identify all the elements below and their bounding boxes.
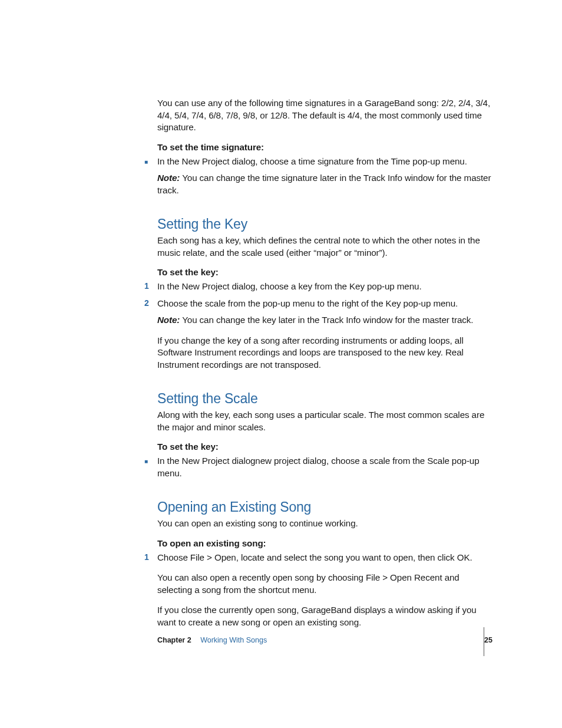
time-signature-steps: ■ In the New Project dialog, choose a ti… — [157, 156, 496, 197]
step-text: In the New Project dialognew project dia… — [157, 456, 480, 478]
note: Note: You can change the key later in th… — [157, 314, 496, 327]
note-text: You can change the key later in the Trac… — [180, 315, 473, 325]
note-label: Note: — [157, 173, 180, 183]
open-paragraph-3: If you close the currently open song, Ga… — [157, 604, 496, 628]
note: Note: You can change the time signature … — [157, 172, 496, 196]
step-text: In the New Project dialog, choose a key … — [157, 281, 422, 291]
step-text: Choose the scale from the pop-up menu to… — [157, 298, 458, 308]
chapter-name: Working With Songs — [200, 636, 267, 644]
instruction-title-open: To open an existing song: — [157, 538, 496, 548]
heading-opening-existing-song: Opening an Existing Song — [157, 499, 496, 515]
step-number: 2 — [144, 298, 149, 309]
page-footer: Chapter 2 Working With Songs 25 — [157, 636, 496, 665]
intro-paragraph: You can use any of the following time si… — [157, 97, 496, 134]
instruction-title-time-signature: To set the time signature: — [157, 142, 496, 152]
step-text: Choose File > Open, locate and select th… — [157, 552, 472, 562]
instruction-title-scale: To set the key: — [157, 442, 496, 452]
heading-setting-key: Setting the Key — [157, 216, 496, 232]
note-label: Note: — [157, 315, 180, 325]
page-content: You can use any of the following time si… — [157, 97, 496, 637]
chapter-label: Chapter 2 — [157, 636, 191, 644]
step-number: 1 — [144, 552, 149, 563]
bullet-icon: ■ — [144, 457, 148, 466]
list-item: 2 Choose the scale from the pop-up menu … — [157, 298, 496, 327]
list-item: 1 Choose File > Open, locate and select … — [157, 552, 496, 564]
step-text: In the New Project dialog, choose a time… — [157, 156, 467, 166]
open-paragraph-1: You can open an existing song to continu… — [157, 518, 496, 530]
open-paragraph-2: You can also open a recently open song b… — [157, 572, 496, 596]
footer-divider — [484, 627, 484, 656]
list-item: ■ In the New Project dialognew project d… — [157, 455, 496, 479]
heading-setting-scale: Setting the Scale — [157, 391, 496, 407]
note-text: You can change the time signature later … — [157, 173, 491, 195]
step-number: 1 — [144, 281, 149, 292]
key-paragraph-2: If you change the key of a song after re… — [157, 335, 496, 371]
scale-paragraph-1: Along with the key, each song uses a par… — [157, 409, 496, 433]
scale-steps: ■ In the New Project dialognew project d… — [157, 455, 496, 479]
instruction-title-key: To set the key: — [157, 267, 496, 277]
bullet-icon: ■ — [144, 158, 148, 166]
key-steps: 1 In the New Project dialog, choose a ke… — [157, 281, 496, 327]
list-item: ■ In the New Project dialog, choose a ti… — [157, 156, 496, 197]
open-steps: 1 Choose File > Open, locate and select … — [157, 552, 496, 564]
list-item: 1 In the New Project dialog, choose a ke… — [157, 281, 496, 293]
key-paragraph-1: Each song has a key, which defines the c… — [157, 235, 496, 259]
page-number: 25 — [484, 636, 492, 644]
